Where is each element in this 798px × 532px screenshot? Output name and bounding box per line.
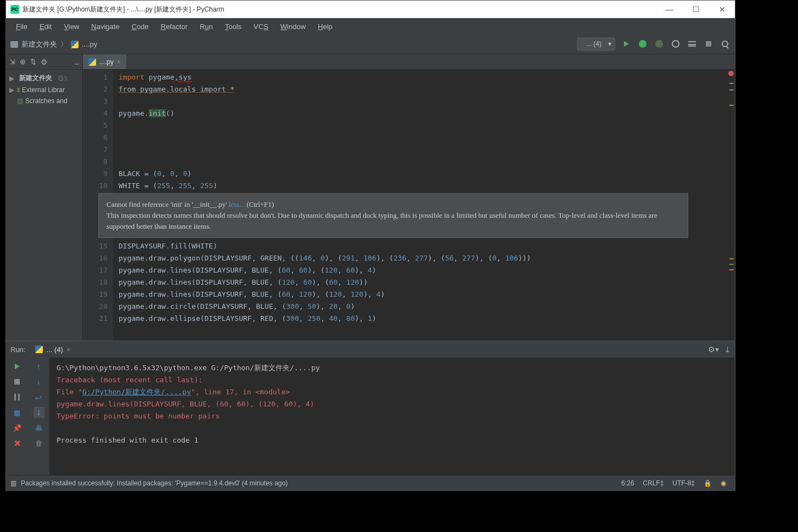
menu-vcs[interactable]: VCS: [248, 20, 274, 33]
gear-icon[interactable]: ⚙: [41, 58, 48, 66]
run-command: G:\Python\pytnon3.6.5x32\python.exe G:/P…: [57, 362, 728, 374]
tooltip-description: This inspection detects names that shoul…: [106, 210, 680, 232]
debug-button[interactable]: [637, 38, 648, 49]
menu-edit[interactable]: Edit: [34, 20, 57, 33]
wrap-button[interactable]: ⮐: [33, 392, 44, 403]
window-title: 新建文件夹 [G:\Python\新建文件夹] - ...\....py [新建…: [23, 5, 661, 14]
run-button[interactable]: [621, 38, 632, 49]
menu-help[interactable]: Help: [312, 20, 338, 33]
menu-tools[interactable]: Tools: [220, 20, 247, 33]
down-button[interactable]: ↓: [33, 376, 44, 387]
profiler-button[interactable]: [670, 38, 681, 49]
inspection-tooltip: Cannot find reference 'init' in '__init_…: [98, 193, 688, 238]
close-run-tab-icon[interactable]: ×: [66, 346, 71, 354]
navigation-bar: 新建文件夹 〉 ....py ... (4): [6, 35, 735, 54]
chevron-right-icon: 〉: [60, 39, 68, 49]
breadcrumb-file: ....py: [82, 40, 97, 48]
run-left-toolbar: ▦ 📌 ✖: [6, 358, 28, 475]
editor-area: ....py × 1234567891011121314151617181920…: [83, 54, 735, 341]
project-toolbar: ⇲ ⊕ ⇅ ⚙ ⎵: [6, 54, 82, 70]
project-pane: ⇲ ⊕ ⇅ ⚙ ⎵ ▶新建文件夹 G:\ ▶⫴External Librar ▤…: [6, 54, 83, 341]
expand-all-icon[interactable]: ⇲: [9, 58, 15, 66]
coverage-button[interactable]: [654, 38, 665, 49]
collapse-all-icon[interactable]: ⊕: [20, 58, 26, 66]
scroll-button[interactable]: ⤓: [33, 407, 44, 418]
inspector-icon[interactable]: ◉: [716, 479, 730, 487]
minimize-button[interactable]: —: [661, 5, 678, 14]
editor-tabs: ....py ×: [83, 54, 735, 70]
stop-run-button[interactable]: [12, 376, 23, 387]
structure-button[interactable]: [687, 38, 698, 49]
traceback-file-link[interactable]: G:/Python/新建文件夹/....py: [82, 388, 191, 396]
hide-icon[interactable]: ⎵: [75, 58, 79, 66]
main-toolbar: ... (4): [577, 37, 730, 51]
export-icon[interactable]: ⤓: [724, 346, 730, 354]
maximize-button[interactable]: ☐: [688, 5, 704, 14]
run-panel: Run: ... (4) × ⚙▾ ⤓ ▦ 📌 ✖ ↑ ↓ ⮐: [6, 341, 735, 475]
caret-position[interactable]: 6:26: [617, 479, 638, 487]
app-window: PC 新建文件夹 [G:\Python\新建文件夹] - ...\....py …: [5, 0, 735, 491]
error-line: pygame.draw.lines(DISPLAYSURF, BLUE, (60…: [57, 398, 728, 410]
code-editor[interactable]: 123456789101112131415161718192021 import…: [83, 70, 735, 341]
menu-run[interactable]: Run: [194, 20, 218, 33]
run-body: ▦ 📌 ✖ ↑ ↓ ⮐ ⤓ 🖶 🗑 G:\Python\pytnon3.6.5x…: [6, 358, 735, 475]
tree-external[interactable]: ▶⫴External Librar: [6, 84, 82, 95]
menu-code[interactable]: Code: [126, 20, 154, 33]
stop-button[interactable]: [703, 38, 714, 49]
tree-scratches[interactable]: ▤Scratches and: [6, 95, 82, 106]
tree-root[interactable]: ▶新建文件夹 G:\: [6, 72, 82, 84]
run-output[interactable]: G:\Python\pytnon3.6.5x32\python.exe G:/P…: [50, 358, 735, 475]
run-label: Run:: [10, 346, 25, 354]
status-message: Packages installed successfully: Install…: [21, 479, 288, 487]
file-encoding[interactable]: UTF-8‡: [668, 479, 699, 487]
tooltip-message: Cannot find reference 'init' in '__init_…: [106, 200, 229, 208]
breadcrumb-folder: 新建文件夹: [21, 39, 57, 49]
search-everywhere[interactable]: [720, 38, 730, 49]
menu-file[interactable]: File: [10, 20, 33, 33]
pycharm-icon: PC: [10, 5, 19, 14]
exit-code: Process finished with exit code 1: [57, 434, 728, 446]
tooltip-less-link[interactable]: less...: [229, 200, 245, 208]
error-indicator-icon[interactable]: [728, 71, 734, 76]
breadcrumb[interactable]: 新建文件夹 〉 ....py: [10, 39, 577, 49]
layout-button[interactable]: ▦: [12, 407, 23, 418]
error-type: TypeError: points must be number pairs: [57, 410, 728, 422]
up-button[interactable]: ↑: [33, 361, 44, 372]
titlebar: PC 新建文件夹 [G:\Python\新建文件夹] - ...\....py …: [6, 1, 735, 18]
rerun-button[interactable]: [12, 361, 23, 372]
menu-view[interactable]: View: [58, 20, 85, 33]
error-stripe[interactable]: [728, 77, 735, 341]
run-nav-toolbar: ↑ ↓ ⮐ ⤓ 🖶 🗑: [28, 358, 50, 475]
traceback-header: Traceback (most recent call last):: [57, 374, 728, 386]
project-tree[interactable]: ▶新建文件夹 G:\ ▶⫴External Librar ▤Scratches …: [6, 70, 82, 109]
run-header: Run: ... (4) × ⚙▾ ⤓: [6, 341, 735, 358]
status-icon[interactable]: ▥: [10, 479, 16, 487]
gear-icon[interactable]: ⚙▾: [708, 345, 719, 354]
close-tab-icon[interactable]: ×: [117, 58, 121, 66]
python-file-icon: [88, 58, 96, 66]
run-config-selector[interactable]: ... (4): [577, 37, 615, 51]
pin-button[interactable]: 📌: [12, 422, 23, 433]
print-button[interactable]: 🖶: [33, 422, 44, 433]
line-separator[interactable]: CRLF‡: [638, 479, 668, 487]
editor-tab[interactable]: ....py ×: [83, 54, 126, 69]
pause-button[interactable]: [12, 392, 23, 403]
python-file-icon: [71, 41, 78, 48]
close-run-button[interactable]: ✖: [12, 438, 23, 449]
menu-refactor[interactable]: Refactor: [155, 20, 193, 33]
trash-button[interactable]: 🗑: [33, 438, 44, 449]
status-bar: ▥ Packages installed successfully: Insta…: [6, 475, 735, 490]
run-tab[interactable]: ... (4) ×: [31, 344, 75, 355]
python-file-icon: [35, 346, 43, 353]
close-button[interactable]: ✕: [714, 5, 730, 14]
menu-navigate[interactable]: Navigate: [86, 20, 125, 33]
folder-icon: [10, 41, 18, 48]
menu-window[interactable]: Window: [275, 20, 311, 33]
work-area: ⇲ ⊕ ⇅ ⚙ ⎵ ▶新建文件夹 G:\ ▶⫴External Librar ▤…: [6, 54, 735, 341]
menubar: File Edit View Navigate Code Refactor Ru…: [6, 18, 735, 35]
autoscroll-icon[interactable]: ⇅: [30, 58, 36, 66]
lock-icon[interactable]: 🔒: [699, 479, 716, 487]
